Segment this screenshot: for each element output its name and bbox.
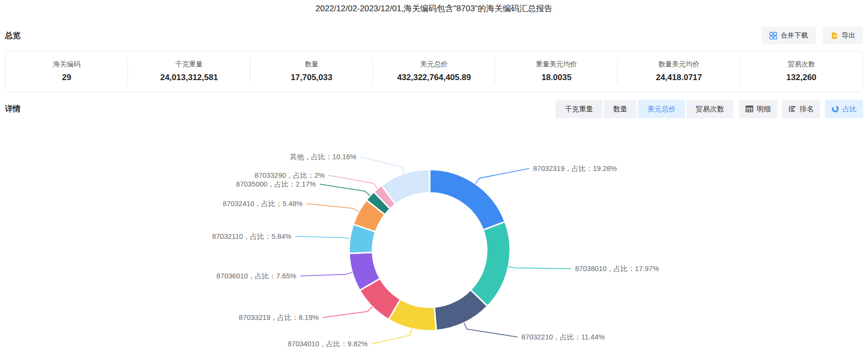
merge-download-button[interactable]: 合并下载 bbox=[762, 27, 816, 44]
overview-heading: 总览 bbox=[5, 31, 21, 41]
donut-chart[interactable]: 87032319，占比：19.28%87038010，占比：17.97%8703… bbox=[0, 121, 868, 353]
stat-usd-per-weight: 重量美元均价 18.0035 bbox=[495, 51, 618, 91]
label-line-87034010 bbox=[372, 329, 412, 344]
stat-label: 数量 bbox=[305, 60, 318, 69]
stat-label: 数量美元均价 bbox=[659, 60, 700, 69]
label-line-87032210 bbox=[464, 323, 517, 337]
stat-value: 17,705,033 bbox=[291, 73, 332, 83]
header-actions: 合并下载 导出 bbox=[762, 27, 863, 44]
stat-label: 贸易次数 bbox=[788, 60, 815, 69]
stat-usd-total: 美元总价 432,322,764,405.89 bbox=[373, 51, 496, 91]
export-label: 导出 bbox=[842, 31, 855, 40]
view-tab-ranking[interactable]: 排名 bbox=[782, 100, 820, 118]
report-page: 2022/12/02-2023/12/01,海关编码包含"8703"的海关编码汇… bbox=[0, 0, 868, 359]
stat-value: 24,013,312,581 bbox=[160, 73, 218, 83]
view-tab-share[interactable]: 占比 bbox=[825, 100, 863, 118]
stat-hs-code: 海关编码 29 bbox=[5, 51, 128, 91]
stat-label: 美元总价 bbox=[420, 60, 448, 69]
slice-label-87032210: 87032210，占比：11.44% bbox=[521, 333, 605, 341]
export-icon bbox=[830, 32, 838, 40]
stat-trade-count: 贸易次数 132,260 bbox=[740, 51, 863, 91]
detail-header: 详情 千克重量 数量 美元总价 贸易次数 明细 bbox=[5, 100, 863, 118]
page-title: 2022/12/02-2023/12/01,海关编码包含"8703"的海关编码汇… bbox=[0, 0, 868, 14]
slice-label-87036010: 87036010，占比：7.65% bbox=[216, 272, 296, 280]
stat-value: 18.0035 bbox=[541, 73, 571, 83]
slice-label-87034010: 87034010，占比：9.82% bbox=[288, 340, 368, 348]
tab-usd-total[interactable]: 美元总价 bbox=[638, 100, 685, 118]
slice-label-87035000: 87035000，占比：2.17% bbox=[236, 180, 316, 188]
label-line-87032410 bbox=[307, 204, 359, 211]
label-line-87036010 bbox=[300, 273, 352, 276]
view-tab-detail[interactable]: 明细 bbox=[739, 100, 777, 118]
stat-value: 29 bbox=[62, 73, 71, 83]
slice-label-87032410: 87032410，占比：5.48% bbox=[223, 200, 303, 208]
label-line-87033219 bbox=[323, 307, 372, 317]
overview-stats-card: 海关编码 29 千克重量 24,013,312,581 数量 17,705,03… bbox=[5, 51, 863, 92]
tab-quantity[interactable]: 数量 bbox=[604, 100, 637, 118]
label-line-87032110 bbox=[295, 236, 350, 239]
stat-value: 24,418.0717 bbox=[656, 73, 702, 83]
detail-controls: 千克重量 数量 美元总价 贸易次数 明细 bbox=[556, 100, 863, 118]
slice-label-87033290: 87033290，占比：2% bbox=[255, 171, 325, 179]
stat-kg-weight: 千克重量 24,013,312,581 bbox=[128, 51, 250, 91]
stat-label: 重量美元均价 bbox=[536, 60, 577, 69]
stat-label: 海关编码 bbox=[53, 60, 80, 69]
label-line-其他 bbox=[360, 157, 404, 173]
view-tab-label: 明细 bbox=[757, 105, 771, 114]
slice-label-87032319: 87032319，占比：19.28% bbox=[533, 165, 617, 172]
slice-label-其他: 其他，占比：10.16% bbox=[290, 153, 356, 161]
ranking-icon bbox=[788, 106, 796, 112]
stat-value: 432,322,764,405.89 bbox=[397, 73, 471, 83]
stat-usd-per-quantity: 数量美元均价 24,418.0717 bbox=[618, 51, 740, 91]
export-button[interactable]: 导出 bbox=[823, 27, 863, 44]
stat-value: 132,260 bbox=[786, 73, 816, 83]
slice-label-87038010: 87038010，占比：17.97% bbox=[575, 265, 659, 273]
view-tab-group: 明细 排名 bbox=[739, 100, 863, 118]
merge-download-icon bbox=[769, 32, 777, 40]
tab-kg-weight[interactable]: 千克重量 bbox=[556, 100, 602, 118]
slice-label-87032110: 87032110，占比：5.84% bbox=[212, 232, 291, 240]
label-line-87035000 bbox=[320, 184, 370, 196]
metric-tab-group: 千克重量 数量 美元总价 贸易次数 bbox=[556, 100, 733, 118]
merge-download-label: 合并下载 bbox=[781, 31, 808, 40]
view-tab-label: 排名 bbox=[800, 105, 814, 114]
label-line-87038010 bbox=[509, 267, 571, 269]
donut-slice-87032319[interactable] bbox=[430, 169, 505, 230]
table-icon bbox=[745, 106, 753, 112]
stat-quantity: 数量 17,705,033 bbox=[250, 51, 373, 91]
stat-label: 千克重量 bbox=[175, 60, 203, 69]
label-line-87032319 bbox=[475, 169, 529, 184]
overview-header: 总览 合并下载 bbox=[5, 27, 863, 44]
detail-heading: 详情 bbox=[5, 104, 21, 114]
tab-trade-count[interactable]: 贸易次数 bbox=[686, 100, 733, 118]
pie-icon bbox=[831, 105, 839, 113]
donut-slice-87038010[interactable] bbox=[471, 222, 510, 306]
slice-label-87033219: 87033219，占比：8.19% bbox=[239, 314, 319, 321]
view-tab-label: 占比 bbox=[843, 105, 857, 114]
